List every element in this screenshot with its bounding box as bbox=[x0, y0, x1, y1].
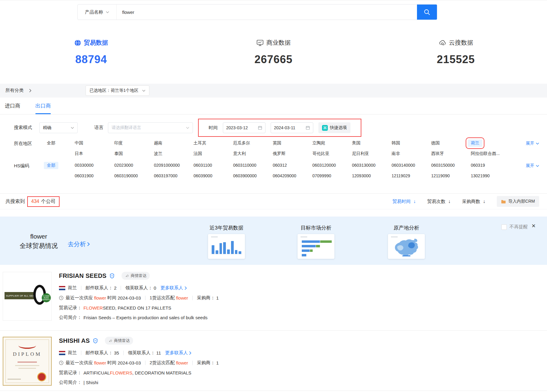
chart-card-title: 目标市场分析 bbox=[295, 224, 337, 231]
sort-trade-count[interactable]: 贸易次数 ↓ bbox=[427, 199, 451, 204]
filter-tag[interactable]: 0603197000 bbox=[151, 172, 181, 179]
filter-tag[interactable]: 060312 bbox=[270, 162, 290, 169]
sort-buyer-count[interactable]: 采购商数 ↓ bbox=[462, 199, 485, 204]
business-radar-badge[interactable]: 商情雷达 bbox=[122, 272, 150, 280]
company-name[interactable]: FRISIAN SEEDS bbox=[59, 272, 106, 279]
filter-tag[interactable]: 0604209000 bbox=[270, 172, 299, 179]
expand-label: 展开 bbox=[526, 163, 534, 169]
search-button[interactable] bbox=[417, 5, 437, 20]
filter-tag[interactable]: 泰国 bbox=[111, 150, 126, 157]
more-contacts-link[interactable]: 更多联系人 bbox=[165, 350, 191, 356]
filter-tag[interactable]: 0603190000 bbox=[111, 172, 141, 179]
stat-cloud-data[interactable]: 云搜数据 215525 bbox=[365, 39, 547, 66]
radar-badge-label: 商情雷达 bbox=[114, 338, 130, 343]
trade-data-chart-card[interactable]: 近3年贸易数据 bbox=[205, 224, 248, 259]
stat-business-data[interactable]: 商业数据 267665 bbox=[182, 39, 365, 66]
filter-tag[interactable]: 06031900 bbox=[72, 172, 96, 179]
match-keyword: flower bbox=[176, 295, 188, 300]
more-contacts-link[interactable]: 更多联系人 bbox=[161, 285, 187, 291]
region-selection-dropdown[interactable]: 已选地区：荷兰等1个地区 bbox=[86, 85, 149, 96]
company-name[interactable]: SHISHI AS bbox=[59, 337, 90, 344]
filter-tag[interactable]: 13021990 bbox=[468, 172, 493, 179]
filter-tag[interactable]: 印度 bbox=[111, 140, 126, 147]
import-crm-button[interactable]: 导入内部CRM bbox=[497, 196, 539, 207]
sort-trade-time[interactable]: 贸易时间 ↓ bbox=[392, 199, 416, 204]
map-thumbnail bbox=[388, 234, 425, 259]
diploma-title: DIPLOM bbox=[3, 351, 51, 357]
filter-tag[interactable]: 意大利 bbox=[230, 150, 249, 157]
dismiss-checkbox[interactable] bbox=[501, 224, 507, 230]
filter-tag[interactable]: 02091000000 bbox=[151, 162, 183, 169]
date-from-input[interactable]: 2023-03-12 bbox=[223, 122, 265, 133]
filter-tag[interactable]: 全部 bbox=[44, 162, 58, 169]
breadcrumb[interactable]: 所有分类 bbox=[5, 88, 24, 93]
filter-tag[interactable]: 0603120000 bbox=[309, 162, 339, 169]
filter-tag[interactable]: 俄罗斯 bbox=[270, 150, 288, 157]
search-category-dropdown[interactable]: 产品名称 bbox=[78, 5, 117, 20]
filter-tag[interactable]: 西班牙 bbox=[428, 150, 447, 157]
netherlands-flag-icon bbox=[59, 286, 65, 290]
bar bbox=[227, 249, 230, 254]
region-expand-link[interactable]: 展开 bbox=[526, 141, 539, 146]
tab-importer[interactable]: 进口商 bbox=[5, 98, 20, 114]
language-select[interactable]: 请选择翻译语言 bbox=[108, 122, 193, 133]
filter-tag[interactable]: 德国 bbox=[428, 140, 443, 147]
filter-tag[interactable]: 12119090 bbox=[428, 172, 453, 179]
filter-tag[interactable]: 12093000 bbox=[349, 172, 374, 179]
filter-tag[interactable]: 英国 bbox=[270, 140, 284, 147]
filter-tag[interactable]: 南非 bbox=[389, 150, 403, 157]
filter-tag[interactable]: 0603110000 bbox=[230, 162, 259, 169]
trade-record-label: 贸易记录： bbox=[59, 305, 82, 311]
filter-tag[interactable]: 0603150000 bbox=[428, 162, 458, 169]
filter-tag[interactable]: 韩国 bbox=[389, 140, 403, 147]
filter-tag[interactable]: 波兰 bbox=[151, 150, 165, 157]
supply-date: 2024-03-03 bbox=[118, 295, 141, 300]
verified-shield-icon[interactable] bbox=[93, 338, 98, 343]
filter-tag[interactable]: 立陶宛 bbox=[309, 140, 328, 147]
breadcrumb-bar: 所有分类 已选地区：荷兰等1个地区 bbox=[0, 84, 547, 98]
filter-tag[interactable]: 哥伦比亚 bbox=[309, 150, 332, 157]
business-radar-badge[interactable]: 商情雷达 bbox=[105, 337, 133, 345]
filter-tag[interactable]: 0603900000 bbox=[230, 172, 260, 179]
filter-tag[interactable]: 日本 bbox=[72, 150, 86, 157]
company-logo[interactable]: DIPLOM bbox=[3, 337, 52, 386]
company-logo[interactable]: SUPPLIER OF ALL SEEDS FLOWER BLEND EXPER… bbox=[3, 272, 52, 321]
search-input[interactable] bbox=[117, 5, 417, 20]
filter-tag[interactable]: 中国 bbox=[72, 140, 86, 147]
search-mode-select[interactable]: 精确 bbox=[39, 122, 78, 133]
stat-trade-data[interactable]: 贸易数据 88794 bbox=[0, 39, 182, 66]
filter-tag[interactable]: 全部 bbox=[44, 140, 58, 147]
divider bbox=[123, 351, 124, 355]
filter-tag[interactable]: 0603130000 bbox=[349, 162, 379, 169]
filter-tag[interactable]: 尼日利亚 bbox=[349, 150, 372, 157]
close-icon[interactable]: × bbox=[532, 223, 536, 229]
filter-tag[interactable]: 060319 bbox=[468, 162, 488, 169]
filter-tag[interactable]: 06039000 bbox=[190, 172, 215, 179]
dismiss-control[interactable]: 不再提醒 bbox=[501, 224, 528, 230]
hs-expand-link[interactable]: 展开 bbox=[526, 163, 539, 169]
tab-exporter[interactable]: 出口商 bbox=[35, 98, 51, 114]
verified-shield-icon[interactable] bbox=[110, 273, 114, 278]
filter-tag[interactable]: 越南 bbox=[151, 140, 165, 147]
filter-tag[interactable]: 土耳其 bbox=[190, 140, 209, 147]
company-profile-label: 公司简介： bbox=[59, 380, 82, 385]
target-market-chart-card[interactable]: 目标市场分析 bbox=[295, 224, 337, 259]
filter-tag[interactable]: 06031100 bbox=[190, 162, 215, 169]
date-to-input[interactable]: 2024-03-11 bbox=[271, 122, 313, 133]
results-prefix: 共搜索到 bbox=[5, 198, 25, 205]
filter-tag[interactable]: 美国 bbox=[349, 140, 363, 147]
stat-label: 云搜数据 bbox=[449, 39, 473, 47]
filter-tag[interactable]: 00330000 bbox=[72, 162, 96, 169]
filter-tag[interactable]: 阿拉伯联合酋... bbox=[468, 150, 503, 157]
filter-tag[interactable]: 厄瓜多尔 bbox=[230, 140, 253, 147]
filter-tag[interactable]: 0603140000 bbox=[389, 162, 418, 169]
filter-tag[interactable]: 法国 bbox=[190, 150, 205, 157]
origin-analysis-card[interactable]: 原产地分析 bbox=[385, 224, 428, 259]
filter-tag[interactable]: 12119029 bbox=[389, 172, 413, 179]
quick-options-button[interactable]: ⌘ 快捷选项 bbox=[318, 122, 350, 133]
filter-tag[interactable]: 02023000 bbox=[111, 162, 136, 169]
filter-tag[interactable]: 荷兰 bbox=[468, 140, 482, 147]
chevron-down-icon bbox=[536, 165, 539, 167]
filter-tag[interactable]: 07099990 bbox=[309, 172, 334, 179]
analyze-link[interactable]: 去分析 bbox=[68, 240, 90, 248]
